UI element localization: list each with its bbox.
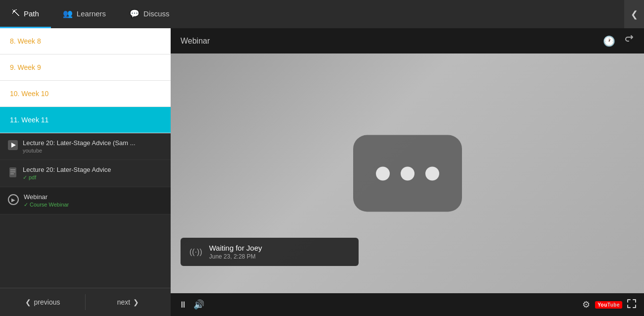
share-button[interactable]	[623, 34, 634, 48]
discuss-icon: 💬	[130, 9, 139, 18]
sidebar-item-week10[interactable]: 10. Week 10	[0, 81, 171, 107]
week10-label: 10. Week 10	[10, 90, 48, 98]
waiting-overlay: ((·)) Waiting for Joey June 23, 2:28 PM	[181, 238, 359, 266]
pause-button[interactable]: ⏸	[179, 300, 187, 310]
lecture-pdf-sub: ✓pdf	[23, 174, 163, 181]
circle-play-icon: ▶	[8, 194, 19, 205]
radio-icon: ((·))	[189, 248, 202, 257]
checkmark-webinar-icon: ✓	[24, 202, 28, 208]
lecture-webinar-title: Webinar	[24, 193, 163, 201]
volume-button[interactable]: 🔊	[193, 299, 204, 310]
tab-learners[interactable]: 👥 Learners	[51, 0, 118, 28]
waiting-title: Waiting for Joey	[209, 244, 262, 252]
lecture-item-pdf[interactable]: Lecture 20: Later-Stage Advice ✓pdf	[0, 160, 171, 187]
svg-rect-4	[10, 171, 15, 172]
week8-label: 8. Week 8	[10, 37, 41, 45]
previous-arrow-icon: ❮	[25, 298, 31, 306]
week9-label: 9. Week 9	[10, 63, 41, 71]
waiting-subtitle: June 23, 2:28 PM	[209, 253, 262, 260]
volume-icon: 🔊	[193, 299, 204, 310]
next-label: next	[117, 298, 130, 306]
previous-button[interactable]: ❮ previous	[0, 288, 85, 316]
fullscreen-icon	[627, 299, 636, 311]
history-icon: 🕐	[603, 36, 615, 47]
next-button[interactable]: next ❯	[86, 288, 171, 316]
next-arrow-icon: ❯	[133, 298, 139, 306]
checkmark-icon: ✓	[23, 174, 27, 180]
week11-label: 11. Week 11	[10, 116, 48, 124]
settings-button[interactable]: ⚙	[582, 299, 590, 310]
yt-dot-3	[425, 166, 439, 180]
video-placeholder: ((·)) Waiting for Joey June 23, 2:28 PM	[171, 53, 644, 293]
svg-rect-5	[10, 173, 14, 174]
play-triangle-icon	[8, 140, 18, 153]
sidebar: 8. Week 8 9. Week 9 10. Week 10 11. Week…	[0, 28, 171, 316]
collapse-sidebar-button[interactable]: ❮	[624, 0, 644, 28]
yt-dot-1	[376, 166, 390, 180]
lecture-youtube-sub: youtube	[23, 148, 163, 154]
video-controls: ⏸ 🔊 ⚙ YouTube	[171, 293, 644, 316]
settings-icon: ⚙	[582, 299, 590, 310]
history-button[interactable]: 🕐	[603, 34, 615, 48]
sidebar-item-week11[interactable]: 11. Week 11	[0, 107, 171, 133]
learners-icon: 👥	[63, 9, 73, 18]
controls-right: ⚙ YouTube	[582, 299, 636, 311]
top-navigation: ⛏ Path 👥 Learners 💬 Discuss ❮	[0, 0, 644, 28]
content-header: Webinar 🕐	[171, 28, 644, 53]
sidebar-item-week8[interactable]: 8. Week 8	[0, 28, 171, 54]
tab-path-label: Path	[24, 9, 39, 18]
lecture-webinar-sub: ✓Course Webinar	[24, 202, 163, 208]
lecture-youtube-text: Lecture 20: Later-Stage Advice (Sam ... …	[23, 139, 163, 154]
sidebar-bottom-nav: ❮ previous next ❯	[0, 288, 171, 316]
document-icon	[8, 167, 18, 180]
tab-discuss-label: Discuss	[143, 9, 170, 18]
path-icon: ⛏	[12, 9, 20, 18]
youtube-logo-bg	[353, 135, 462, 212]
lecture-item-youtube[interactable]: Lecture 20: Later-Stage Advice (Sam ... …	[0, 133, 171, 160]
lecture-youtube-title: Lecture 20: Later-Stage Advice (Sam ...	[23, 139, 163, 147]
content-title: Webinar	[181, 37, 210, 46]
previous-label: previous	[34, 298, 60, 306]
share-icon	[623, 36, 634, 47]
sidebar-spacer	[0, 214, 171, 288]
tab-path[interactable]: ⛏ Path	[0, 0, 51, 28]
lecture-pdf-title: Lecture 20: Later-Stage Advice	[23, 166, 163, 173]
video-area: ((·)) Waiting for Joey June 23, 2:28 PM	[171, 53, 644, 293]
header-actions: 🕐	[603, 34, 634, 48]
yt-dot-2	[401, 166, 414, 180]
youtube-logo	[353, 135, 462, 212]
content-area: Webinar 🕐	[171, 28, 644, 316]
fullscreen-button[interactable]	[627, 299, 636, 311]
tab-discuss[interactable]: 💬 Discuss	[118, 0, 182, 28]
tab-learners-label: Learners	[77, 9, 106, 18]
controls-left: ⏸ 🔊	[179, 299, 204, 310]
main-area: 8. Week 8 9. Week 9 10. Week 10 11. Week…	[0, 28, 644, 316]
pause-icon: ⏸	[179, 300, 187, 310]
lecture-webinar-text: Webinar ✓Course Webinar	[24, 193, 163, 208]
lecture-item-webinar[interactable]: ▶ Webinar ✓Course Webinar	[0, 187, 171, 214]
waiting-text-block: Waiting for Joey June 23, 2:28 PM	[209, 244, 262, 260]
youtube-badge: YouTube	[595, 301, 622, 309]
lecture-pdf-text: Lecture 20: Later-Stage Advice ✓pdf	[23, 166, 163, 181]
sidebar-item-week9[interactable]: 9. Week 9	[0, 54, 171, 81]
svg-rect-3	[10, 169, 15, 170]
